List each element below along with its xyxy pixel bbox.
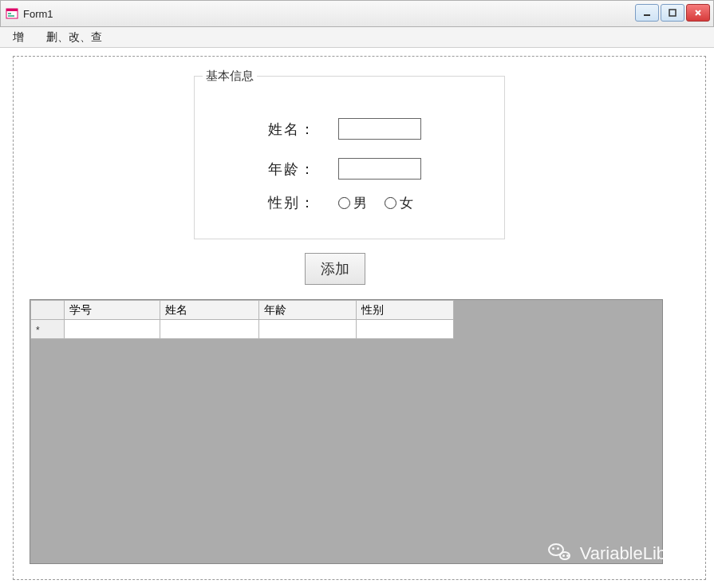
grid-table: 学号 姓名 年龄 性别 * — [30, 300, 454, 339]
col-header-gender[interactable]: 性别 — [357, 301, 454, 320]
radio-male[interactable]: 男 — [338, 194, 367, 212]
col-header-name[interactable]: 姓名 — [160, 301, 259, 320]
svg-rect-5 — [669, 10, 676, 16]
col-header-age[interactable]: 年龄 — [259, 301, 357, 320]
cell-new-name[interactable] — [160, 320, 259, 339]
cell-new-age[interactable] — [259, 320, 357, 339]
svg-rect-1 — [6, 9, 18, 11]
cell-new-id[interactable] — [65, 320, 160, 339]
menu-add[interactable]: 增 — [2, 27, 35, 47]
label-age: 年龄： — [268, 160, 324, 179]
add-button[interactable]: 添加 — [305, 253, 365, 285]
input-age[interactable] — [338, 158, 421, 180]
data-grid[interactable]: 学号 姓名 年龄 性别 * — [30, 299, 663, 564]
cell-new-gender[interactable] — [357, 320, 454, 339]
minimize-button[interactable] — [635, 4, 659, 22]
radio-female-label: 女 — [400, 194, 413, 212]
label-gender: 性别： — [268, 193, 324, 212]
row-gender: 性别： 男 女 — [268, 193, 413, 212]
radio-male-label: 男 — [353, 194, 367, 212]
groupbox-basic-info: 基本信息 姓名： 年龄： 性别： 男 女 — [194, 76, 505, 239]
col-header-id[interactable]: 学号 — [65, 301, 160, 320]
maximize-button[interactable] — [661, 4, 684, 22]
row-age: 年龄： — [268, 158, 421, 180]
label-name: 姓名： — [268, 120, 324, 139]
svg-rect-3 — [8, 15, 14, 17]
client-area: 基本信息 姓名： 年龄： 性别： 男 女 — [0, 48, 714, 588]
radio-circle-icon — [338, 197, 350, 209]
window-title: Form1 — [23, 8, 53, 20]
window-titlebar: Form1 — [0, 0, 714, 27]
groupbox-legend: 基本信息 — [203, 69, 257, 84]
svg-rect-2 — [8, 13, 11, 14]
wechat-icon — [548, 543, 572, 564]
designer-selection: 基本信息 姓名： 年龄： 性别： 男 女 — [13, 56, 706, 580]
radio-female[interactable]: 女 — [385, 194, 413, 212]
grid-new-row[interactable]: * — [31, 320, 454, 339]
window-controls — [635, 4, 710, 22]
app-icon — [6, 7, 18, 20]
radio-circle-icon — [385, 197, 396, 209]
new-row-marker: * — [36, 325, 40, 336]
watermark-text: VariableLibrary — [580, 543, 696, 564]
menubar: 增 删、改、查 — [0, 27, 714, 48]
row-name: 姓名： — [268, 118, 421, 140]
input-name[interactable] — [338, 118, 421, 140]
close-button[interactable] — [686, 4, 710, 22]
gender-radios: 男 女 — [338, 194, 413, 212]
grid-header-row: 学号 姓名 年龄 性别 — [31, 301, 454, 320]
watermark: VariableLibrary — [548, 543, 696, 564]
row-header-new[interactable]: * — [31, 320, 65, 339]
menu-crud[interactable]: 删、改、查 — [35, 27, 113, 47]
grid-corner[interactable] — [31, 301, 65, 320]
